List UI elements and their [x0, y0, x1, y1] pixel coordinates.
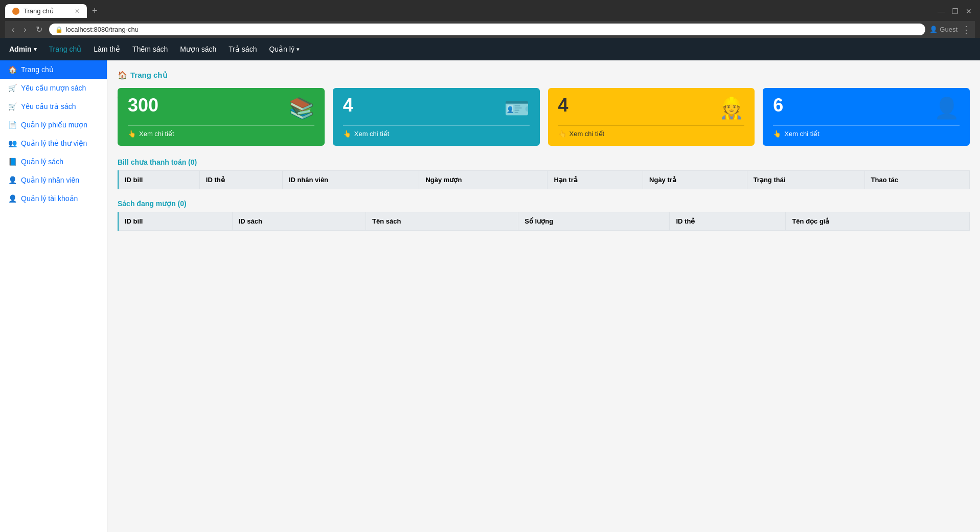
- breadcrumb: 🏠 Trang chủ: [118, 71, 970, 80]
- bill-col-thaotac: Thao tác: [864, 171, 969, 189]
- close-tab-button[interactable]: ✕: [75, 8, 80, 15]
- brand-dropdown-icon: ▾: [34, 46, 37, 53]
- borrow-section-title: Sách đang mượn (0): [118, 199, 970, 208]
- sidebar: 🏠 Trang chủ 🛒 Yêu cầu mượn sách 🛒 Yêu cầ…: [0, 60, 107, 532]
- borrow-col-id-sach: ID sách: [232, 212, 366, 231]
- close-button[interactable]: ✕: [963, 6, 975, 16]
- stat-icon-staff: 👷: [719, 96, 744, 120]
- stat-link-accounts-label: Xem chi tiết: [784, 130, 819, 138]
- refresh-button[interactable]: ↻: [33, 24, 45, 35]
- doc-icon: 📄: [8, 121, 17, 129]
- stat-card-staff: 4 👷 👆 Xem chi tiết: [548, 88, 755, 146]
- address-bar[interactable]: 🔒 localhost:8080/trang-chu: [49, 24, 926, 35]
- active-tab[interactable]: Trang chủ ✕: [5, 4, 87, 18]
- maximize-button[interactable]: ❐: [949, 6, 962, 16]
- bill-col-id-nhanvien: ID nhân viên: [282, 171, 419, 189]
- navbar-item-themsach[interactable]: Thêm sách: [131, 43, 169, 55]
- bill-col-id-bill: ID bill: [118, 171, 199, 189]
- stat-top-2: 4 🪪: [343, 96, 530, 120]
- page-content: 🏠 Trang chủ 300 📚 👆 Xem chi tiết: [118, 71, 970, 231]
- browser-toolbar: ‹ › ↻ 🔒 localhost:8080/trang-chu 👤 Guest…: [5, 21, 975, 38]
- sidebar-item-thethuvien[interactable]: 👥 Quản lý thẻ thư viện: [0, 134, 107, 152]
- forward-button[interactable]: ›: [21, 24, 29, 35]
- hand-icon-3: 👆: [558, 130, 566, 138]
- group-icon: 👥: [8, 139, 17, 147]
- tab-bar: Trang chủ ✕ + — ❐ ✕: [5, 4, 975, 18]
- content-area: Z Z Z Z Z Z Z Z Z Z Z Z 🏠 Trang chủ: [107, 60, 980, 532]
- sidebar-item-nhanvien[interactable]: 👤 Quản lý nhân viên: [0, 171, 107, 189]
- stat-icon-accounts: 👤: [934, 96, 960, 120]
- hand-icon-2: 👆: [343, 130, 351, 138]
- window-controls: — ❐ ✕: [935, 6, 975, 16]
- sidebar-item-thethuvien-label: Quản lý thẻ thư viện: [21, 139, 87, 147]
- stat-link-staff[interactable]: 👆 Xem chi tiết: [558, 125, 745, 138]
- sidebar-item-trangchu[interactable]: 🏠 Trang chủ: [0, 60, 107, 79]
- app-navbar: Admin ▾ Trang chủ Làm thẻ Thêm sách Mượn…: [0, 38, 980, 60]
- bill-col-ngaymuon: Ngày mượn: [419, 171, 548, 189]
- breadcrumb-label: Trang chủ: [130, 71, 168, 80]
- navbar-item-trasach[interactable]: Trả sách: [227, 43, 258, 55]
- stat-card-books: 300 📚 👆 Xem chi tiết: [118, 88, 325, 146]
- bill-col-trangthai: Trạng thái: [747, 171, 864, 189]
- borrow-col-soluong: Số lượng: [518, 212, 670, 231]
- sidebar-item-yeucaumuon-label: Yêu cầu mượn sách: [21, 84, 86, 92]
- stat-number-accounts: 6: [773, 96, 783, 115]
- guest-button[interactable]: 👤 Guest: [929, 26, 958, 33]
- guest-icon: 👤: [929, 26, 938, 33]
- sidebar-item-phieumuon-label: Quản lý phiếu mượn: [21, 121, 87, 129]
- minimize-button[interactable]: —: [935, 6, 948, 16]
- hand-icon-1: 👆: [128, 130, 136, 138]
- book-icon: 📘: [8, 158, 17, 166]
- stat-card-accounts: 6 👤 👆 Xem chi tiết: [763, 88, 970, 146]
- sidebar-item-sach-label: Quản lý sách: [21, 158, 63, 166]
- user-icon-1: 👤: [8, 176, 17, 184]
- sidebar-item-yeucaumuon[interactable]: 🛒 Yêu cầu mượn sách: [0, 79, 107, 97]
- guest-label: Guest: [940, 26, 958, 33]
- home-icon: 🏠: [8, 65, 17, 74]
- breadcrumb-icon: 🏠: [118, 71, 127, 80]
- url-text: localhost:8080/trang-chu: [66, 26, 920, 33]
- borrow-col-tensach: Tên sách: [366, 212, 518, 231]
- bill-col-hantra: Hạn trả: [548, 171, 643, 189]
- stat-link-accounts[interactable]: 👆 Xem chi tiết: [773, 125, 960, 138]
- sidebar-item-taikhoan[interactable]: 👤 Quản lý tài khoản: [0, 189, 107, 208]
- sidebar-item-phieumuon[interactable]: 📄 Quản lý phiếu mượn: [0, 116, 107, 134]
- quanly-dropdown-icon: ▾: [297, 46, 300, 53]
- bill-table: ID bill ID thẻ ID nhân viên Ngày mượn Hạ…: [118, 170, 970, 189]
- cart-icon-1: 🛒: [8, 84, 17, 92]
- sidebar-item-yeucautra-label: Yêu cầu trả sách: [21, 102, 76, 110]
- borrow-table: ID bill ID sách Tên sách Số lượng ID thẻ…: [118, 212, 970, 231]
- back-button[interactable]: ‹: [9, 24, 17, 35]
- stat-icon-cards: 🪪: [504, 96, 530, 120]
- lock-icon: 🔒: [55, 26, 63, 33]
- tab-favicon: [12, 8, 19, 15]
- navbar-item-quanly[interactable]: Quản lý ▾: [268, 43, 300, 55]
- sidebar-item-yeucautra[interactable]: 🛒 Yêu cầu trả sách: [0, 97, 107, 116]
- stats-row: 300 📚 👆 Xem chi tiết 4 🪪 👆: [118, 88, 970, 146]
- borrow-col-tendocgia: Tên đọc giả: [786, 212, 970, 231]
- bill-table-header-row: ID bill ID thẻ ID nhân viên Ngày mượn Hạ…: [118, 171, 970, 189]
- stat-link-cards[interactable]: 👆 Xem chi tiết: [343, 125, 530, 138]
- user-icon-2: 👤: [8, 194, 17, 203]
- borrow-col-id-the: ID thẻ: [670, 212, 786, 231]
- borrow-table-header-row: ID bill ID sách Tên sách Số lượng ID thẻ…: [118, 212, 970, 231]
- navbar-item-muonsach[interactable]: Mượn sách: [179, 43, 217, 55]
- sidebar-item-sach[interactable]: 📘 Quản lý sách: [0, 152, 107, 171]
- stat-link-books-label: Xem chi tiết: [139, 130, 174, 138]
- stat-link-books[interactable]: 👆 Xem chi tiết: [128, 125, 314, 138]
- stat-link-cards-label: Xem chi tiết: [354, 130, 390, 138]
- sidebar-item-trangchu-label: Trang chủ: [21, 65, 54, 74]
- stat-icon-books: 📚: [289, 96, 314, 120]
- borrow-col-id-bill: ID bill: [118, 212, 232, 231]
- navbar-item-trangchu[interactable]: Trang chủ: [48, 43, 83, 55]
- new-tab-button[interactable]: +: [89, 5, 101, 17]
- stat-number-cards: 4: [343, 96, 353, 115]
- navbar-brand[interactable]: Admin ▾: [8, 43, 38, 55]
- browser-menu-button[interactable]: ⋮: [962, 24, 971, 35]
- navbar-item-lamthe[interactable]: Làm thẻ: [93, 43, 121, 55]
- stat-link-staff-label: Xem chi tiết: [569, 130, 605, 138]
- bill-col-id-the: ID thẻ: [199, 171, 282, 189]
- stat-top-4: 6 👤: [773, 96, 960, 120]
- main-layout: 🏠 Trang chủ 🛒 Yêu cầu mượn sách 🛒 Yêu cầ…: [0, 60, 980, 532]
- bill-col-ngaytra: Ngày trả: [643, 171, 747, 189]
